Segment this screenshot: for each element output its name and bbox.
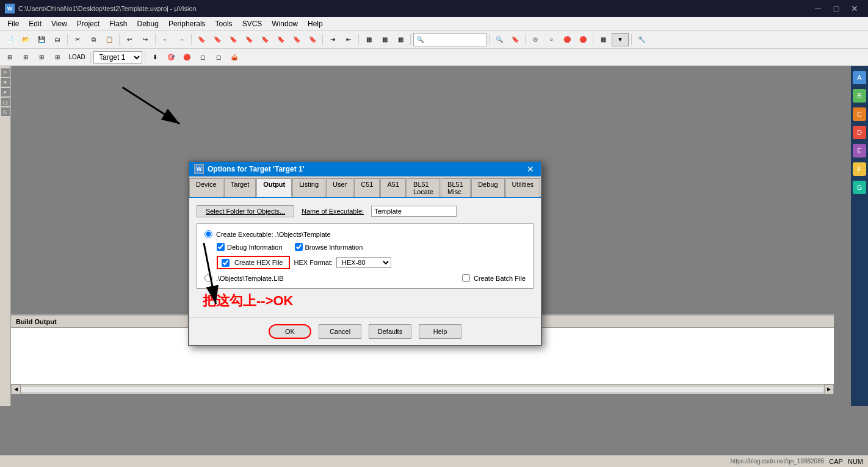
find-btn[interactable]: 🔍 (413, 33, 486, 46)
tab-debug[interactable]: Debug (471, 178, 504, 197)
tb13[interactable]: 🔖 (508, 33, 523, 46)
tab-utilities[interactable]: Utilities (505, 178, 540, 197)
sidebar-icon-3[interactable]: F (1, 88, 10, 96)
scroll-left-btn[interactable]: ◀ (11, 385, 21, 394)
nav-fwd-btn[interactable]: → (174, 33, 189, 46)
tb12[interactable]: 🔍 (492, 33, 507, 46)
tb17[interactable]: 🔴 (576, 33, 590, 46)
tb1[interactable]: 🔖 (194, 33, 209, 46)
sidebar-icon-1[interactable]: P (1, 68, 10, 77)
paste-btn[interactable]: 📋 (102, 33, 117, 46)
defaults-button[interactable]: Defaults (369, 324, 411, 339)
tb16[interactable]: 🔴 (560, 33, 574, 46)
menu-view[interactable]: View (46, 18, 72, 29)
create-hex-checkbox[interactable] (222, 259, 230, 267)
cut-btn[interactable]: ✂ (70, 33, 85, 46)
debug-info-checkbox[interactable] (217, 243, 225, 251)
menu-window[interactable]: Window (267, 18, 303, 29)
tab-target[interactable]: Target (224, 178, 256, 197)
tb-s10[interactable]: 🎪 (227, 51, 242, 64)
nav-back-btn[interactable]: ← (158, 33, 173, 46)
tb2[interactable]: 🔖 (210, 33, 225, 46)
scroll-right-btn[interactable]: ▶ (824, 385, 834, 394)
executable-name-input[interactable] (371, 206, 457, 217)
sidebar-icon-5[interactable]: 0. (1, 107, 10, 116)
tab-listing[interactable]: Listing (292, 178, 325, 197)
tb5[interactable]: 🔖 (258, 33, 272, 46)
menu-file[interactable]: File (2, 18, 24, 29)
lib-radio[interactable] (204, 274, 212, 282)
sidebar-icon-4[interactable]: { } (1, 98, 10, 106)
right-icon-5[interactable]: E (853, 144, 866, 157)
tb8[interactable]: 🔖 (305, 33, 320, 46)
tb-s2[interactable]: ⊞ (18, 51, 33, 64)
tb3[interactable]: 🔖 (226, 33, 241, 46)
hex-format-select[interactable]: HEX-80 HEX-386 (336, 257, 391, 268)
right-icon-7[interactable]: G (853, 181, 866, 194)
tb9[interactable]: ▦ (361, 33, 376, 46)
menu-debug[interactable]: Debug (132, 18, 164, 29)
right-icon-1[interactable]: A (853, 71, 866, 84)
tb-s6[interactable]: 🎯 (164, 51, 178, 64)
tab-device[interactable]: Device (189, 178, 223, 197)
minimize-button[interactable]: ─ (809, 2, 826, 15)
right-icon-4[interactable]: D (853, 126, 866, 139)
tb-s5[interactable]: LOAD (66, 51, 88, 64)
cancel-button[interactable]: Cancel (319, 324, 361, 339)
close-button[interactable]: ✕ (846, 2, 863, 15)
horizontal-scrollbar[interactable]: ◀ ▶ (11, 384, 834, 394)
tab-a51[interactable]: A51 (380, 178, 406, 197)
create-executable-radio[interactable] (204, 230, 212, 238)
right-icon-2[interactable]: B (853, 89, 866, 103)
menu-edit[interactable]: Edit (24, 18, 46, 29)
tab-bl51-locate[interactable]: BL51 Locate (407, 178, 440, 197)
select-folder-button[interactable]: Select Folder for Objects... (197, 205, 294, 217)
maximize-button[interactable]: □ (828, 2, 845, 15)
menu-peripherals[interactable]: Peripherals (164, 18, 211, 29)
outdent-btn[interactable]: ⇤ (341, 33, 356, 46)
new-btn[interactable]: 📄 (2, 33, 17, 46)
menu-svcs[interactable]: SVCS (237, 18, 267, 29)
tb11[interactable]: ▦ (393, 33, 408, 46)
tb-s4[interactable]: ⊞ (50, 51, 65, 64)
tb4[interactable]: 🔖 (242, 33, 256, 46)
browse-info-checkbox[interactable] (295, 243, 303, 251)
tb19[interactable]: ▼ (612, 33, 629, 46)
tab-output[interactable]: Output (256, 178, 292, 197)
tb15[interactable]: ○ (544, 33, 559, 46)
dialog-close-button[interactable]: ✕ (525, 164, 536, 175)
tb-s9[interactable]: ◻ (211, 51, 226, 64)
tb-s3[interactable]: ⊞ (34, 51, 49, 64)
tab-user[interactable]: User (326, 178, 353, 197)
save-all-btn[interactable]: 🗂 (50, 33, 65, 46)
help-button[interactable]: Help (419, 324, 461, 339)
save-btn[interactable]: 💾 (34, 33, 49, 46)
settings-btn[interactable]: 🔧 (634, 33, 649, 46)
tb-s8[interactable]: ◻ (195, 51, 210, 64)
target-selector[interactable]: Target 1 (93, 51, 142, 63)
redo-btn[interactable]: ↪ (138, 33, 153, 46)
menu-help[interactable]: Help (303, 18, 328, 29)
right-icon-3[interactable]: C (853, 107, 866, 121)
menu-project[interactable]: Project (72, 18, 104, 29)
tb-s1[interactable]: ⊞ (2, 51, 17, 64)
create-batch-checkbox[interactable] (462, 274, 470, 282)
tb6[interactable]: 🔖 (273, 33, 288, 46)
undo-btn[interactable]: ↩ (122, 33, 137, 46)
ok-button[interactable]: OK (269, 324, 311, 339)
menu-tools[interactable]: Tools (211, 18, 237, 29)
right-icon-6[interactable]: F (853, 162, 866, 176)
download-btn[interactable]: ⬇ (148, 51, 162, 64)
tb14[interactable]: ⊙ (528, 33, 543, 46)
tb-s7[interactable]: 🔴 (179, 51, 194, 64)
tab-bl51-misc[interactable]: BL51 Misc (441, 178, 471, 197)
tb7[interactable]: 🔖 (289, 33, 304, 46)
tb10[interactable]: ▦ (377, 33, 392, 46)
menu-flash[interactable]: Flash (104, 18, 132, 29)
copy-btn[interactable]: ⧉ (86, 33, 101, 46)
sidebar-icon-2[interactable]: R (1, 78, 10, 87)
tb18[interactable]: ▦ (596, 33, 610, 46)
scroll-track[interactable] (21, 386, 824, 393)
indent-btn[interactable]: ⇥ (325, 33, 340, 46)
open-btn[interactable]: 📂 (18, 33, 33, 46)
